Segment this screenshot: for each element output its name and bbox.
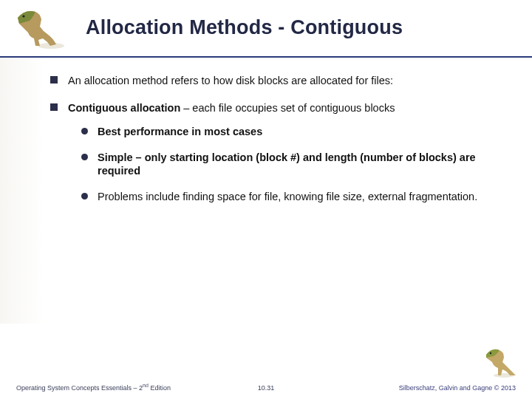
footer-left: Operating System Concepts Essentials – 2… [16, 383, 171, 392]
svg-point-3 [490, 352, 491, 354]
sub-bullet-text: Best performance in most cases [98, 126, 262, 137]
bullet-text: – each file occupies set of contiguous b… [180, 102, 395, 114]
footer-page-number: 10.31 [258, 384, 275, 392]
svg-point-1 [22, 15, 24, 17]
slide-title: Allocation Methods - Contiguous [86, 16, 403, 39]
footer-left-post: Edition [149, 384, 171, 392]
left-spine [0, 58, 43, 324]
bullet-text: An allocation method refers to how disk … [68, 75, 393, 86]
slide-body: An allocation method refers to how disk … [50, 74, 497, 216]
slide-header: Allocation Methods - Contiguous [0, 0, 532, 58]
bullet-item: An allocation method refers to how disk … [50, 74, 497, 88]
sub-bullet-item: Problems include finding space for file,… [81, 190, 497, 204]
sub-bullet-item: Best performance in most cases [81, 125, 497, 139]
slide-footer: Operating System Concepts Essentials – 2… [0, 378, 532, 399]
dinosaur-left-icon [10, 4, 69, 50]
footer-left-pre: Operating System Concepts Essentials – 2 [16, 384, 143, 392]
sub-bullet-text: Problems include finding space for file,… [98, 191, 477, 202]
sub-bullet-item: Simple – only starting location (block #… [81, 151, 497, 178]
bullet-lead: Contiguous allocation [68, 102, 180, 114]
bullet-item: Contiguous allocation – each file occupi… [50, 101, 497, 204]
sub-bullet-text: Simple – only starting location (block #… [98, 151, 476, 177]
dinosaur-right-icon [482, 346, 522, 378]
footer-left-sup: nd [143, 383, 149, 388]
footer-copyright: Silberschatz, Galvin and Gagne © 2013 [399, 384, 516, 392]
